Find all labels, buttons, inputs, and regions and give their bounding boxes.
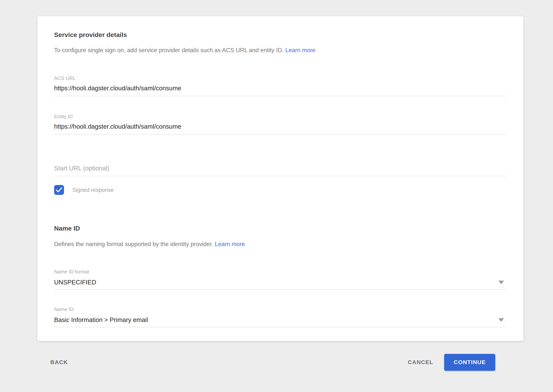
- start-url-field: [54, 161, 506, 176]
- learn-more-link[interactable]: Learn more: [285, 47, 316, 54]
- footer-actions: BACK CANCEL CONTINUE: [50, 354, 495, 371]
- dropdown-arrow-icon[interactable]: [498, 318, 504, 322]
- cancel-button[interactable]: CANCEL: [408, 359, 433, 365]
- acs-url-label: ACS URL: [54, 75, 506, 81]
- name-id-format-field: Name ID format UNSPECIFIED: [54, 269, 506, 290]
- entity-id-label: Entity ID: [54, 114, 506, 119]
- section-description-text: To configure single sign on, add service…: [54, 47, 284, 54]
- name-id-value: Basic Information > Primary email: [54, 315, 148, 324]
- continue-button[interactable]: CONTINUE: [444, 354, 495, 371]
- name-id-description-text: Defines the naming format supported by t…: [54, 241, 213, 247]
- name-id-format-select[interactable]: UNSPECIFIED: [54, 274, 506, 290]
- signed-response-row: Signed response: [54, 185, 506, 195]
- name-id-field: Name ID Basic Information > Primary emai…: [54, 306, 506, 327]
- name-id-label: Name ID: [54, 306, 506, 312]
- name-id-format-label: Name ID format: [54, 269, 506, 274]
- acs-url-field: ACS URL: [54, 75, 506, 96]
- service-provider-card: Service provider details To configure si…: [37, 16, 524, 341]
- entity-id-field: Entity ID: [54, 114, 506, 134]
- section-description: To configure single sign on, add service…: [54, 47, 506, 54]
- acs-url-input[interactable]: [54, 81, 506, 96]
- back-button[interactable]: BACK: [50, 359, 68, 365]
- name-id-description: Defines the naming format supported by t…: [54, 240, 506, 248]
- name-id-select[interactable]: Basic Information > Primary email: [54, 312, 506, 327]
- name-id-format-value: UNSPECIFIED: [54, 278, 96, 287]
- entity-id-input[interactable]: [54, 119, 506, 134]
- signed-response-label: Signed response: [72, 187, 114, 193]
- signed-response-checkbox[interactable]: [54, 185, 64, 195]
- start-url-input[interactable]: [54, 161, 506, 176]
- checkmark-icon: [56, 187, 62, 193]
- page-title: Service provider details: [54, 31, 506, 39]
- name-id-section-title: Name ID: [54, 224, 506, 232]
- footer-right-actions: CANCEL CONTINUE: [408, 354, 495, 371]
- dropdown-arrow-icon[interactable]: [498, 281, 504, 284]
- name-id-learn-more-link[interactable]: Learn more: [215, 241, 245, 247]
- page-background: Service provider details To configure si…: [0, 0, 553, 392]
